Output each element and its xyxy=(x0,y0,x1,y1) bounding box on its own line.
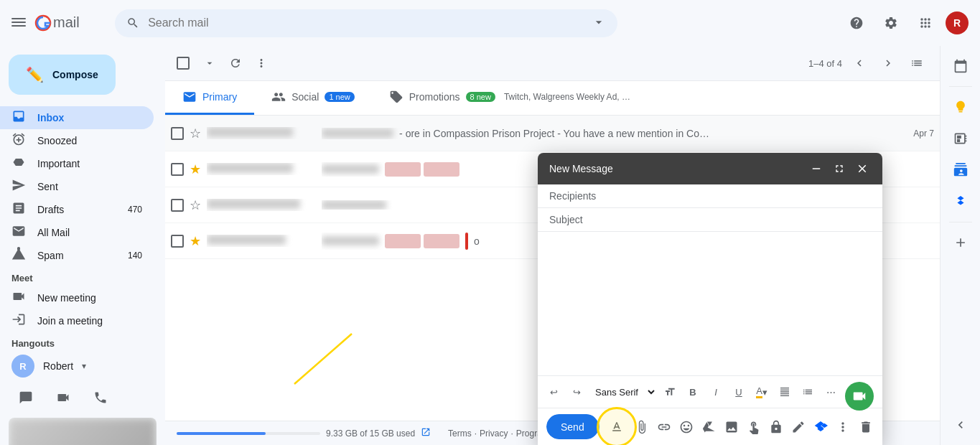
compose-fullscreen-button[interactable] xyxy=(831,160,848,177)
meet-circle[interactable] xyxy=(845,382,874,411)
right-panel-dropbox[interactable] xyxy=(946,187,975,216)
hangout-chat-button[interactable] xyxy=(11,383,40,412)
hangout-preview-card xyxy=(9,418,157,445)
text-format-button[interactable] xyxy=(605,416,628,439)
search-bar[interactable] xyxy=(115,9,617,37)
compose-header[interactable]: New Message xyxy=(538,153,882,184)
email-checkbox-3[interactable] xyxy=(171,199,184,212)
compose-subject-input[interactable] xyxy=(549,214,871,225)
search-options-button[interactable] xyxy=(592,15,606,32)
redo-button[interactable]: ↪ xyxy=(566,382,587,402)
primary-tab-icon xyxy=(182,90,197,104)
tab-primary[interactable]: Primary xyxy=(165,81,254,115)
hangout-name: Robert xyxy=(43,360,73,372)
sidebar-item-important[interactable]: Important xyxy=(0,152,154,175)
sidebar-item-sent[interactable]: Sent xyxy=(0,175,154,198)
insert-photo-button[interactable] xyxy=(723,416,739,439)
sign-in-button[interactable] xyxy=(790,416,807,439)
dropbox-button[interactable] xyxy=(813,416,829,439)
email-checkbox-2[interactable] xyxy=(171,163,184,176)
help-button[interactable] xyxy=(842,9,871,37)
refresh-button[interactable] xyxy=(224,52,247,75)
sidebar-item-spam[interactable]: Spam 140 xyxy=(0,244,154,267)
right-panel-contacts[interactable] xyxy=(946,156,975,184)
privacy-link[interactable]: Privacy xyxy=(480,428,508,439)
email-star-1[interactable]: ☆ xyxy=(190,126,201,141)
hangout-call-button[interactable] xyxy=(86,383,115,412)
right-panel-add[interactable] xyxy=(946,228,975,257)
compose-close-button[interactable] xyxy=(854,160,871,177)
right-panel-expand[interactable] xyxy=(946,411,975,439)
compose-button[interactable]: ✏️ Compose xyxy=(9,55,116,95)
text-color-button[interactable]: A▾ xyxy=(752,382,772,402)
sidebar-item-inbox[interactable]: Inbox xyxy=(0,106,154,129)
list-view-toggle[interactable] xyxy=(905,52,928,75)
compose-recipients-field[interactable] xyxy=(538,184,882,208)
apps-button[interactable] xyxy=(911,9,940,37)
sender-blur-3 xyxy=(207,199,300,209)
compose-body[interactable] xyxy=(538,232,882,375)
underline-button[interactable]: U xyxy=(729,382,749,402)
sender-blur-4 xyxy=(207,235,286,245)
select-all-checkbox[interactable] xyxy=(177,57,190,70)
manage-storage-link[interactable] xyxy=(421,427,431,439)
social-tab-badge: 1 new xyxy=(325,92,354,102)
font-size-button[interactable] xyxy=(660,382,680,402)
send-button[interactable]: Send xyxy=(546,414,599,439)
right-panel-keep[interactable] xyxy=(946,93,975,121)
send-options-button[interactable] xyxy=(599,414,599,439)
compose-icon: ✏️ xyxy=(26,66,44,83)
insert-link-button[interactable] xyxy=(656,416,673,439)
select-all-chevron[interactable] xyxy=(198,52,221,75)
google-meet-button[interactable] xyxy=(845,382,874,411)
compose-subject-field[interactable] xyxy=(538,208,882,232)
more-options-button[interactable] xyxy=(250,52,273,75)
hangout-user-robert[interactable]: R Robert ▾ xyxy=(0,352,165,380)
email-checkbox-4[interactable] xyxy=(171,235,184,248)
more-actions-button[interactable] xyxy=(835,416,851,439)
sidebar-item-snoozed[interactable]: Snoozed xyxy=(0,129,154,152)
bold-button[interactable]: B xyxy=(683,382,703,402)
right-panel-calendar[interactable] xyxy=(946,52,975,80)
italic-button[interactable]: I xyxy=(706,382,726,402)
align-button[interactable] xyxy=(775,382,795,402)
next-page-button[interactable] xyxy=(877,52,900,75)
sidebar-item-all-mail[interactable]: All Mail xyxy=(0,221,154,244)
insert-emoji-button[interactable] xyxy=(678,416,695,439)
terms-link[interactable]: Terms xyxy=(448,428,472,439)
tab-promotions[interactable]: Promotions 8 new Twitch, Walgreens Weekl… xyxy=(372,81,648,115)
email-checkbox-1[interactable] xyxy=(171,127,184,140)
list-button[interactable] xyxy=(798,382,818,402)
sidebar-item-drafts[interactable]: Drafts 470 xyxy=(0,198,154,221)
email-star-4[interactable]: ★ xyxy=(190,233,201,249)
search-input[interactable] xyxy=(148,17,583,29)
right-panel-tasks[interactable] xyxy=(946,124,975,153)
insert-drive-button[interactable] xyxy=(701,416,717,439)
primary-tab-label: Primary xyxy=(202,91,237,103)
undo-button[interactable]: ↩ xyxy=(543,382,564,402)
attach-file-button[interactable] xyxy=(634,416,650,439)
compose-minimize-button[interactable] xyxy=(808,160,825,177)
inbox-icon xyxy=(11,109,26,127)
more-format-button[interactable]: ⋯ xyxy=(821,382,841,402)
hangout-avatar: R xyxy=(11,355,34,378)
dropbox-icon xyxy=(813,420,828,434)
discard-button[interactable] xyxy=(857,416,874,439)
settings-button[interactable] xyxy=(877,9,905,37)
email-star-2[interactable]: ★ xyxy=(190,161,201,177)
prev-page-button[interactable] xyxy=(848,52,871,75)
tab-social[interactable]: Social 1 new xyxy=(254,81,372,115)
menu-button[interactable] xyxy=(11,18,26,28)
confidential-button[interactable] xyxy=(767,416,784,439)
table-row[interactable]: ☆ - ore in Compassion Prison Project - Y… xyxy=(165,116,940,151)
social-tab-icon xyxy=(271,90,286,104)
hangout-video-button[interactable] xyxy=(49,383,78,412)
email-star-3[interactable]: ☆ xyxy=(190,197,201,213)
insert-map-button[interactable] xyxy=(745,416,762,439)
avatar[interactable]: R xyxy=(946,11,969,34)
sidebar-item-join-meeting[interactable]: Join a meeting xyxy=(0,309,154,332)
font-select[interactable]: Sans Serif Serif Fixed width xyxy=(589,385,657,400)
separator-1: · xyxy=(475,428,477,439)
sidebar-item-new-meeting[interactable]: New meeting xyxy=(0,286,154,309)
compose-recipients-input[interactable] xyxy=(549,190,871,202)
